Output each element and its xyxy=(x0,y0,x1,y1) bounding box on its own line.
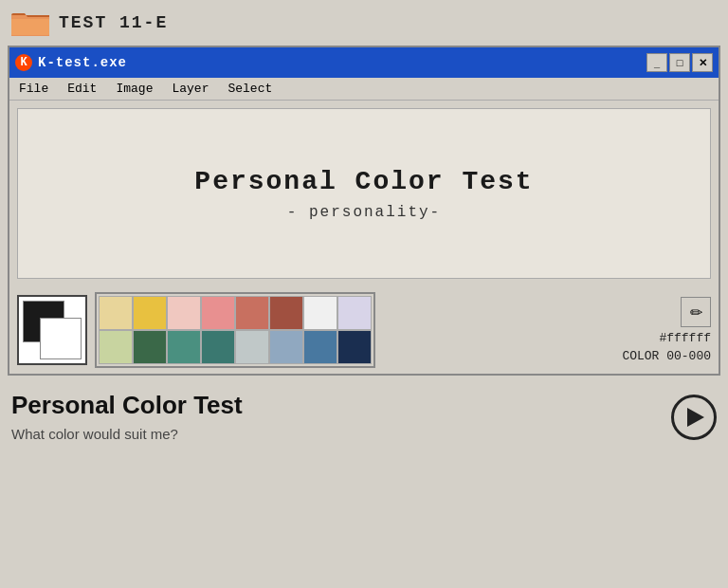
svg-rect-3 xyxy=(11,19,49,35)
palette-cell[interactable] xyxy=(133,296,167,330)
background-color xyxy=(40,318,82,359)
menu-image[interactable]: Image xyxy=(114,81,155,97)
palette-cell[interactable] xyxy=(201,296,235,330)
palette-cell[interactable] xyxy=(99,330,133,364)
palette-cell[interactable] xyxy=(235,296,269,330)
palette-row-2 xyxy=(99,330,372,364)
menu-bar: File Edit Image Layer Select xyxy=(9,78,719,101)
content-left: Personal Color Test What color would sui… xyxy=(11,391,243,442)
bottom-toolbar: ✏ #ffffff COLOR 00-000 xyxy=(9,286,719,374)
menu-edit[interactable]: Edit xyxy=(65,81,99,97)
content-section: Personal Color Test What color would sui… xyxy=(0,376,728,442)
palette-cell[interactable] xyxy=(99,296,133,330)
main-window: K K-test.exe _ □ ✕ File Edit Image Layer… xyxy=(8,46,720,376)
app-icon: K xyxy=(15,54,32,71)
menu-layer[interactable]: Layer xyxy=(170,81,210,97)
menu-file[interactable]: File xyxy=(17,81,50,97)
canvas-subtitle: - personality- xyxy=(287,204,441,221)
palette-cell[interactable] xyxy=(133,330,167,364)
palette-cell[interactable] xyxy=(337,330,372,364)
canvas-area: Personal Color Test - personality- xyxy=(17,108,711,279)
eyedropper-button[interactable]: ✏ xyxy=(681,297,711,327)
close-button[interactable]: ✕ xyxy=(692,53,713,72)
window-title: K-test.exe xyxy=(38,55,127,70)
title-bar: K K-test.exe _ □ ✕ xyxy=(9,47,719,78)
eyedropper-icon: ✏ xyxy=(690,303,702,322)
folder-icon xyxy=(11,8,49,38)
top-title: TEST 11-E xyxy=(59,13,168,32)
content-description: What color would suit me? xyxy=(11,426,243,442)
palette-cell[interactable] xyxy=(303,296,337,330)
palette-cell[interactable] xyxy=(201,330,235,364)
color-palette xyxy=(95,292,375,368)
palette-cell[interactable] xyxy=(235,330,269,364)
play-button[interactable] xyxy=(671,395,717,440)
content-heading: Personal Color Test xyxy=(11,391,243,420)
color-hex-value: #ffffff xyxy=(659,331,711,345)
palette-cell[interactable] xyxy=(167,330,201,364)
color-info: ✏ #ffffff COLOR 00-000 xyxy=(622,297,711,363)
palette-cell[interactable] xyxy=(303,330,337,364)
palette-cell[interactable] xyxy=(269,330,303,364)
palette-cell[interactable] xyxy=(337,296,372,330)
palette-cell[interactable] xyxy=(167,296,201,330)
top-bar: TEST 11-E xyxy=(0,0,728,46)
play-icon xyxy=(687,408,704,427)
title-bar-buttons: _ □ ✕ xyxy=(646,53,713,72)
color-preview-box[interactable] xyxy=(17,295,87,365)
minimize-button[interactable]: _ xyxy=(646,53,667,72)
color-code-value: COLOR 00-000 xyxy=(622,349,711,363)
palette-row-1 xyxy=(99,296,372,330)
title-bar-left: K K-test.exe xyxy=(15,54,127,71)
canvas-title: Personal Color Test xyxy=(194,167,533,196)
maximize-button[interactable]: □ xyxy=(669,53,690,72)
palette-cell[interactable] xyxy=(269,296,303,330)
menu-select[interactable]: Select xyxy=(226,81,274,97)
